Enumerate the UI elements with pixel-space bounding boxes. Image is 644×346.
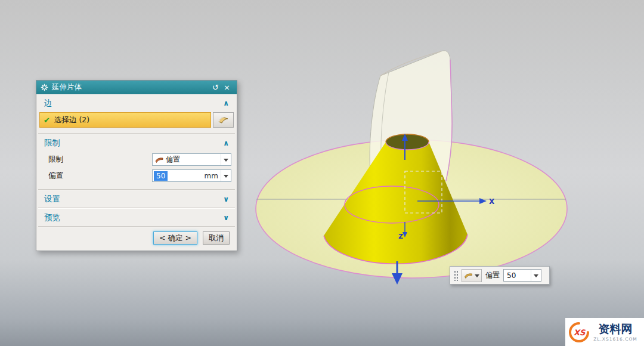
edge-select-button[interactable] [213,112,234,128]
mini-offset-input[interactable]: 50 [503,269,541,282]
section-settings-label: 设置 [44,194,60,205]
offset-row: 偏置 50 mm [36,168,237,184]
drag-grip-handle[interactable] [454,270,459,281]
section-edge-label: 边 [44,98,52,109]
chevron-down-icon[interactable] [221,154,231,165]
ok-button[interactable]: < 确定 > [153,231,197,245]
close-icon[interactable]: × [221,81,233,94]
chevron-down-icon[interactable] [221,170,231,181]
section-preview[interactable]: 预览 ∨ [36,209,237,226]
watermark-url: ZL.XS1616.COM [593,336,637,342]
x-axis-label: X [489,197,495,206]
chevron-down-icon[interactable]: ∨ [223,195,229,203]
chevron-down-icon[interactable] [531,270,541,281]
section-preview-label: 预览 [44,212,60,223]
offset-label: 偏置 [48,171,152,181]
dialog-title: 延伸片体 [52,82,210,92]
watermark-panel: XS 资料网 ZL.XS1616.COM [565,318,644,346]
sheet-icon [464,272,473,279]
xs-logo-icon: XS [568,322,590,343]
gear-icon [41,84,48,91]
watermark-brand: 资料网 [599,322,633,335]
dialog-buttons: < 确定 > 取消 [36,227,237,251]
limit-type-value: 偏置 [166,155,221,165]
chevron-up-icon[interactable]: ∧ [223,139,229,147]
section-limit[interactable]: 限制 ∧ [36,134,237,152]
extend-sheet-dialog: 延伸片体 ↺ × 边 ∧ ✔ 选择边 (2) [36,80,237,251]
chevron-up-icon[interactable]: ∧ [223,99,229,107]
dialog-titlebar[interactable]: 延伸片体 ↺ × [36,81,237,94]
reset-icon[interactable]: ↺ [210,81,221,94]
offset-type-icon [155,156,163,163]
limit-row: 限制 偏置 [36,152,237,168]
offset-input[interactable]: 50 mm [152,169,231,182]
onscreen-offset-toolbar[interactable]: 偏置 50 [450,266,550,285]
sheet-select-icon [218,116,229,124]
mini-offset-label: 偏置 [485,270,500,280]
check-icon: ✔ [44,116,50,125]
offset-type-mini-dropdown[interactable] [462,269,482,282]
offset-value[interactable]: 50 [154,171,168,181]
section-settings[interactable]: 设置 ∨ [36,190,237,208]
section-edge[interactable]: 边 ∧ [36,94,237,112]
edge-selection-field[interactable]: ✔ 选择边 (2) [39,112,211,128]
mini-offset-value[interactable]: 50 [504,271,531,280]
limit-label: 限制 [48,155,152,165]
chevron-down-icon[interactable]: ∨ [223,214,229,222]
z-axis-label: Z [398,233,403,240]
offset-unit: mm [205,172,221,180]
edge-selection-label: 选择边 (2) [54,115,89,125]
application-window: X Z 延伸片体 ↺ × [0,0,644,346]
section-limit-label: 限制 [44,138,60,149]
cancel-button[interactable]: 取消 [203,231,230,245]
chevron-down-icon [475,274,479,280]
svg-text:XS: XS [574,328,586,337]
limit-type-dropdown[interactable]: 偏置 [152,153,231,166]
